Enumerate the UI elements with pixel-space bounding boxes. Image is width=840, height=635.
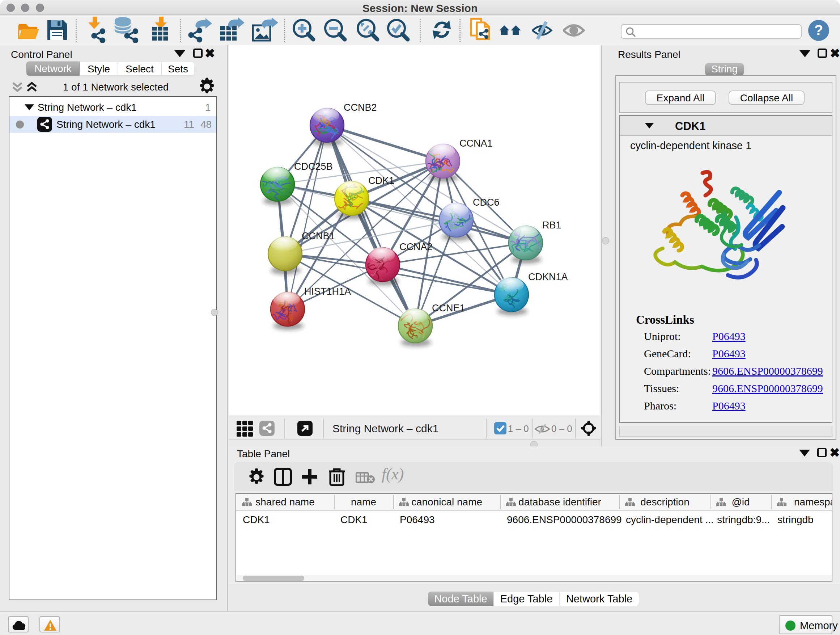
svg-text:CDKN1A: CDKN1A xyxy=(528,272,568,282)
svg-text:CDC6: CDC6 xyxy=(473,197,500,208)
svg-text:CCNB1: CCNB1 xyxy=(302,231,335,241)
svg-text:RB1: RB1 xyxy=(542,220,561,231)
svg-text:?: ? xyxy=(814,22,823,38)
svg-text:CDK1: CDK1 xyxy=(368,175,394,186)
svg-text:CCNE1: CCNE1 xyxy=(432,302,465,314)
svg-text:CCNA1: CCNA1 xyxy=(459,138,493,149)
svg-text:CCNA2: CCNA2 xyxy=(399,241,433,252)
svg-text:HIST1H1A: HIST1H1A xyxy=(304,286,351,297)
svg-text:CCNB2: CCNB2 xyxy=(344,102,377,113)
svg-text:CDC25B: CDC25B xyxy=(294,161,333,172)
